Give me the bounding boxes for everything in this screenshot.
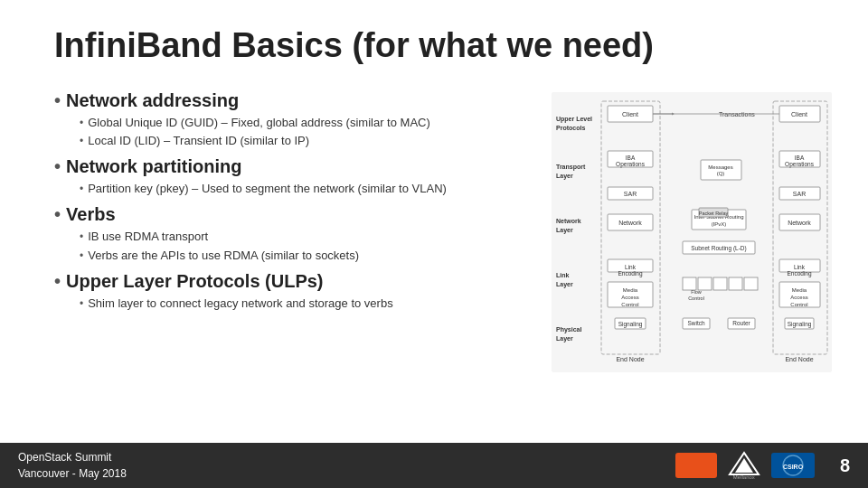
- sub-bullet-verbs-api: Verbs are the APIs to use RDMA (similar …: [80, 248, 533, 264]
- svg-text:Signaling: Signaling: [788, 321, 812, 328]
- svg-text:Transport: Transport: [556, 164, 586, 171]
- svg-text:Layer: Layer: [556, 281, 573, 288]
- svg-text:Access: Access: [621, 295, 638, 300]
- svg-rect-77: [682, 463, 711, 468]
- svg-text:Client: Client: [622, 111, 638, 117]
- slide: InfiniBand Basics (for what we need) Net…: [0, 0, 868, 488]
- svg-text:Network: Network: [618, 220, 642, 226]
- svg-rect-61: [701, 160, 741, 180]
- svg-text:Control: Control: [621, 302, 638, 307]
- bullet-network-addressing: Network addressing: [54, 90, 533, 111]
- svg-text:End Node: End Node: [785, 356, 813, 362]
- slide-title: InfiniBand Basics (for what we need): [54, 27, 832, 65]
- svg-text:Signaling: Signaling: [618, 321, 643, 328]
- sub-bullet-guid: Global Unique ID (GUID) – Fixed, global …: [80, 115, 533, 131]
- svg-text:Media: Media: [623, 287, 638, 293]
- svg-text:Layer: Layer: [556, 173, 573, 180]
- svg-text:Packet Relay: Packet Relay: [699, 211, 729, 216]
- svg-text:Control: Control: [790, 302, 807, 307]
- svg-text:Network: Network: [788, 220, 811, 226]
- svg-text:Layer: Layer: [556, 335, 573, 343]
- openstack-logo: [675, 453, 717, 478]
- svg-text:End Node: End Node: [616, 356, 644, 362]
- content-area: Network addressing Global Unique ID (GUI…: [54, 83, 832, 372]
- footer-text: OpenStack Summit Vancouver - May 2018: [18, 449, 127, 482]
- svg-rect-65: [698, 277, 712, 290]
- sub-bullet-rdma: IB use RDMA transport: [80, 229, 533, 245]
- svg-text:SAR: SAR: [793, 191, 806, 197]
- svg-rect-0: [552, 92, 832, 372]
- svg-rect-67: [729, 277, 742, 290]
- svg-text:Client: Client: [791, 111, 807, 117]
- svg-text:SAR: SAR: [624, 191, 637, 197]
- bullet-verbs: Verbs: [54, 204, 533, 225]
- svg-text:Router: Router: [732, 320, 750, 326]
- bullet-network-partitioning: Network partitioning: [54, 156, 533, 177]
- svg-text:Layer: Layer: [556, 227, 573, 234]
- svg-text:Encoding: Encoding: [787, 270, 811, 277]
- svg-rect-68: [744, 277, 758, 290]
- mellanox-logo: Mellanox: [728, 451, 760, 480]
- mellanox-logo-svg: [728, 451, 760, 476]
- svg-text:(Q): (Q): [717, 171, 725, 176]
- footer-line1: OpenStack Summit: [18, 449, 127, 465]
- svg-rect-76: [682, 455, 711, 461]
- svg-text:Link: Link: [625, 264, 637, 270]
- svg-text:Flow: Flow: [691, 289, 702, 295]
- svg-text:Access: Access: [790, 295, 807, 300]
- svg-rect-78: [682, 470, 711, 475]
- mellanox-text: Mellanox: [733, 474, 755, 480]
- sub-bullet-shim: Shim layer to connect legacy network and…: [80, 296, 533, 312]
- bullet-ulp: Upper Layer Protocols (ULPs): [54, 271, 533, 292]
- ib-layer-diagram: Upper Level Protocols Transport Layer Ne…: [552, 92, 832, 372]
- text-column: Network addressing Global Unique ID (GUI…: [54, 83, 533, 372]
- svg-text:Encoding: Encoding: [618, 270, 642, 277]
- svg-text:(IPvX): (IPvX): [712, 221, 727, 227]
- csiro-logo-svg: CSIRO: [777, 453, 809, 478]
- footer: OpenStack Summit Vancouver - May 2018 Me…: [0, 443, 868, 488]
- svg-text:Protocols: Protocols: [556, 125, 585, 131]
- openstack-logo-svg: [682, 455, 711, 475]
- svg-text:Media: Media: [792, 287, 807, 293]
- svg-text:CSIRO: CSIRO: [783, 464, 804, 470]
- diagram-svg: Upper Level Protocols Transport Layer Ne…: [552, 92, 832, 372]
- svg-marker-80: [735, 458, 753, 473]
- svg-text:Operations: Operations: [616, 161, 646, 168]
- footer-logos: Mellanox CSIRO 8: [675, 451, 850, 480]
- svg-text:Network: Network: [556, 218, 581, 224]
- svg-text:Messages: Messages: [708, 164, 732, 170]
- svg-text:Subnet Routing (L-D): Subnet Routing (L-D): [691, 245, 746, 252]
- svg-text:Operations: Operations: [785, 161, 815, 168]
- svg-text:Upper Level: Upper Level: [556, 116, 592, 123]
- svg-text:Link: Link: [794, 264, 806, 270]
- svg-text:Physical: Physical: [556, 326, 581, 333]
- diagram-column: Upper Level Protocols Transport Layer Ne…: [552, 92, 832, 372]
- svg-rect-66: [713, 277, 727, 290]
- svg-text:Transactions: Transactions: [719, 111, 755, 117]
- sub-bullet-lid: Local ID (LID) – Transient ID (similar t…: [80, 133, 533, 149]
- svg-text:Link: Link: [556, 272, 569, 278]
- footer-line2: Vancouver - May 2018: [18, 465, 127, 482]
- svg-text:Switch: Switch: [687, 320, 705, 326]
- svg-rect-64: [683, 277, 696, 290]
- page-number: 8: [840, 455, 850, 476]
- sub-bullet-pkey: Partition key (pkey) – Used to segment t…: [80, 181, 533, 197]
- svg-text:IBA: IBA: [626, 155, 636, 161]
- svg-text:IBA: IBA: [795, 155, 805, 161]
- csiro-logo: CSIRO: [771, 453, 815, 478]
- svg-text:Control: Control: [688, 296, 704, 301]
